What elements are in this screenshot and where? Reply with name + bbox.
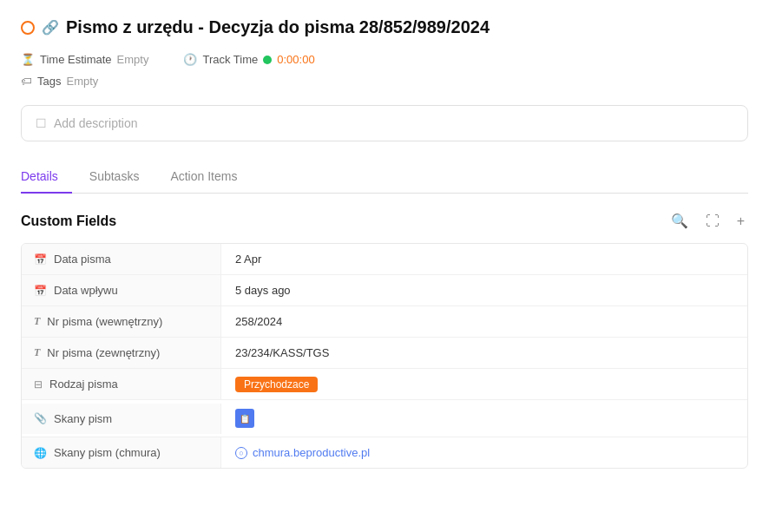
custom-fields-table: 📅 Data pisma 2 Apr 📅 Data wpływu 5 days … [21,243,748,469]
track-time-label: Track Time [202,53,258,66]
page-title: Pismo z urzędu - Decyzja do pisma 28/852… [66,17,490,37]
field-label-rodzaj-pisma: Rodzaj pisma [49,378,118,391]
tab-subtasks[interactable]: Subtasks [89,162,154,194]
file-thumbnail: 📋 [235,409,254,428]
tracking-dot [263,56,272,64]
globe-icon: 🌐 [34,447,47,459]
track-time-value: 0:00:00 [277,53,314,66]
expand-fields-button[interactable]: ⛶ [702,212,723,231]
field-val-rodzaj-pisma[interactable]: Przychodzace [221,369,747,399]
track-time-item: 🕐 Track Time 0:00:00 [183,53,314,66]
field-label-data-pisma: Data pisma [54,253,111,266]
przychodzace-badge: Przychodzace [235,377,318,392]
description-box[interactable]: ☐ Add description [21,105,748,141]
custom-fields-header: Custom Fields 🔍 ⛶ + [21,211,748,231]
field-row-data-wplywu: 📅 Data wpływu 5 days ago [22,275,747,306]
field-val-skany-chmura[interactable]: ○ chmura.beproductive.pl [221,437,747,468]
description-placeholder: Add description [54,116,138,130]
field-key-skany-chmura: 🌐 Skany pism (chmura) [22,437,221,468]
field-row-skany-chmura: 🌐 Skany pism (chmura) ○ chmura.beproduct… [22,437,747,468]
field-key-data-pisma: 📅 Data pisma [22,244,221,274]
link-circle-icon: ○ [235,447,247,459]
time-estimate-label: Time Estimate [40,53,112,66]
custom-fields-title: Custom Fields [21,213,116,229]
description-icon: ☐ [36,116,47,130]
field-key-skany-pism: 📎 Skany pism [22,404,221,434]
hourglass-icon: ⏳ [21,53,35,66]
tag-icon: 🏷 [21,75,32,88]
field-key-data-wplywu: 📅 Data wpływu [22,275,221,305]
status-circle-icon [21,21,35,35]
time-estimate-value: Empty [117,53,149,66]
chain-icon: 🔗 [42,19,59,36]
tags-row: 🏷 Tags Empty [21,75,748,88]
field-row-skany-pism: 📎 Skany pism 📋 [22,400,747,437]
time-estimate-item: ⏳ Time Estimate Empty [21,53,148,66]
field-val-nr-pisma-wew[interactable]: 258/2024 [221,306,747,337]
meta-row: ⏳ Time Estimate Empty 🕐 Track Time 0:00:… [21,53,748,66]
field-val-nr-pisma-zew[interactable]: 23/234/KASS/TGS [221,338,747,368]
calendar-icon-1: 📅 [34,253,47,266]
field-row-nr-pisma-wew: T Nr pisma (wewnętrzny) 258/2024 [22,306,747,338]
title-row: 🔗 Pismo z urzędu - Decyzja do pisma 28/8… [21,17,748,37]
cloud-link-text: chmura.beproductive.pl [253,446,370,459]
field-key-nr-pisma-zew: T Nr pisma (zewnętrzny) [22,338,221,368]
field-label-nr-pisma-wew: Nr pisma (wewnętrzny) [47,315,162,328]
field-label-data-wplywu: Data wpływu [54,284,118,297]
field-val-data-pisma[interactable]: 2 Apr [221,244,747,274]
field-row-rodzaj-pisma: ⊟ Rodzaj pisma Przychodzace [22,369,747,400]
field-label-skany-chmura: Skany pism (chmura) [54,446,161,459]
field-row-nr-pisma-zew: T Nr pisma (zewnętrzny) 23/234/KASS/TGS [22,338,747,369]
tags-value: Empty [66,75,98,88]
search-fields-button[interactable]: 🔍 [667,211,692,231]
field-val-data-wplywu[interactable]: 5 days ago [221,275,747,305]
tags-label: Tags [37,75,61,88]
field-key-rodzaj-pisma: ⊟ Rodzaj pisma [22,369,221,399]
custom-fields-actions: 🔍 ⛶ + [667,211,748,231]
dropdown-icon: ⊟ [34,378,43,391]
attachment-icon: 📎 [34,412,47,424]
field-val-skany-pism[interactable]: 📋 [221,400,747,437]
add-field-button[interactable]: + [733,212,748,231]
cloud-link[interactable]: ○ chmura.beproductive.pl [235,446,733,459]
tab-details[interactable]: Details [21,162,72,194]
field-label-nr-pisma-zew: Nr pisma (zewnętrzny) [47,346,160,359]
text-icon-2: T [34,346,40,359]
field-key-nr-pisma-wew: T Nr pisma (wewnętrzny) [22,306,221,337]
clock-icon: 🕐 [183,53,197,66]
tabs-row: Details Subtasks Action Items [21,162,748,194]
field-row-data-pisma: 📅 Data pisma 2 Apr [22,244,747,275]
text-icon-1: T [34,315,40,328]
calendar-icon-2: 📅 [34,285,47,297]
tab-action-items[interactable]: Action Items [170,162,251,194]
field-label-skany-pism: Skany pism [54,412,112,425]
